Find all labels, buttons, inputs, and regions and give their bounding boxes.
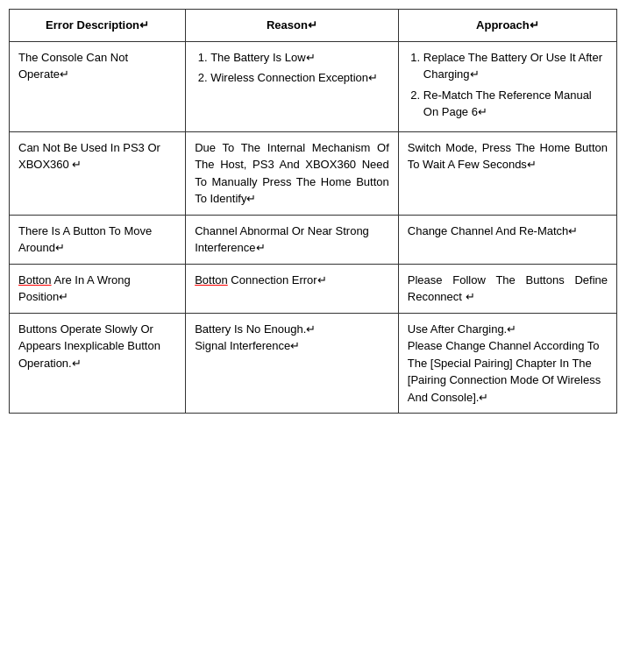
error-cell-5: Buttons Operate Slowly Or Appears Inexpl… xyxy=(10,313,186,414)
error-cell-3: There Is A Button To Move Around↵ xyxy=(10,215,186,264)
reason-text-3: Channel Abnormal Or Near Strong Interfer… xyxy=(195,224,369,255)
error-table-container: Error Description↵ Reason↵ Approach↵ The… xyxy=(9,9,617,414)
reason-cell-2: Due To The Internal Mechanism Of The Hos… xyxy=(186,131,399,215)
reason-cell-4: Botton Connection Error↵ xyxy=(186,264,399,313)
error-text-1: The Console Can Not Operate↵ xyxy=(18,51,128,81)
error-text-2: Can Not Be Used In PS3 Or XBOX360 ↵ xyxy=(18,141,160,172)
header-reason: Reason↵ xyxy=(186,10,399,42)
reason-text-2: Due To The Internal Mechanism Of The Hos… xyxy=(195,141,389,206)
botton-text-2: Botton xyxy=(195,273,228,286)
reason-item-1-2: Wireless Connection Exception↵ xyxy=(210,69,389,87)
approach-cell-3: Change Channel And Re-Match↵ xyxy=(398,215,616,264)
reason-item-1-1: The Battery Is Low↵ xyxy=(210,49,389,67)
reason-cell-3: Channel Abnormal Or Near Strong Interfer… xyxy=(186,215,399,264)
approach-text-2: Switch Mode, Press The Home Button To Wa… xyxy=(408,141,608,172)
approach-list-1: Replace The Battery Or Use It After Char… xyxy=(408,49,608,121)
error-cell-4: Botton Are In A Wrong Position↵ xyxy=(10,264,186,313)
approach-text-4: Please Follow The Buttons Define Reconne… xyxy=(408,273,608,304)
error-cell-2: Can Not Be Used In PS3 Or XBOX360 ↵ xyxy=(10,131,186,215)
approach-cell-4: Please Follow The Buttons Define Reconne… xyxy=(398,264,616,313)
approach-cell-2: Switch Mode, Press The Home Button To Wa… xyxy=(398,131,616,215)
error-text-4: Botton Are In A Wrong Position↵ xyxy=(18,273,131,304)
error-cell-1: The Console Can Not Operate↵ xyxy=(10,41,186,131)
header-approach: Approach↵ xyxy=(398,10,616,42)
reason-cell-1: The Battery Is Low↵ Wireless Connection … xyxy=(186,41,399,131)
approach-item-1-2: Re-Match The Reference Manual On Page 6↵ xyxy=(423,87,608,121)
approach-cell-1: Replace The Battery Or Use It After Char… xyxy=(398,41,616,131)
error-text-3: There Is A Button To Move Around↵ xyxy=(18,224,152,255)
error-table: Error Description↵ Reason↵ Approach↵ The… xyxy=(9,9,617,414)
table-row: Buttons Operate Slowly Or Appears Inexpl… xyxy=(10,313,617,414)
approach-text-5: Use After Charging.↵Please Change Channe… xyxy=(408,322,601,404)
reason-text-5: Battery Is No Enough.↵Signal Interferenc… xyxy=(195,322,316,353)
header-error: Error Description↵ xyxy=(10,10,186,42)
botton-text: Botton xyxy=(18,273,52,286)
table-row: Can Not Be Used In PS3 Or XBOX360 ↵ Due … xyxy=(10,131,617,215)
reason-list-1: The Battery Is Low↵ Wireless Connection … xyxy=(195,49,389,87)
approach-cell-5: Use After Charging.↵Please Change Channe… xyxy=(398,313,616,414)
reason-cell-5: Battery Is No Enough.↵Signal Interferenc… xyxy=(186,313,399,414)
reason-text-4: Botton Connection Error↵ xyxy=(195,273,326,286)
table-row: Botton Are In A Wrong Position↵ Botton C… xyxy=(10,264,617,313)
error-text-5: Buttons Operate Slowly Or Appears Inexpl… xyxy=(18,322,160,370)
table-row: The Console Can Not Operate↵ The Battery… xyxy=(10,41,617,131)
table-row: There Is A Button To Move Around↵ Channe… xyxy=(10,215,617,264)
approach-text-3: Change Channel And Re-Match↵ xyxy=(408,224,579,237)
approach-item-1-1: Replace The Battery Or Use It After Char… xyxy=(423,49,608,83)
